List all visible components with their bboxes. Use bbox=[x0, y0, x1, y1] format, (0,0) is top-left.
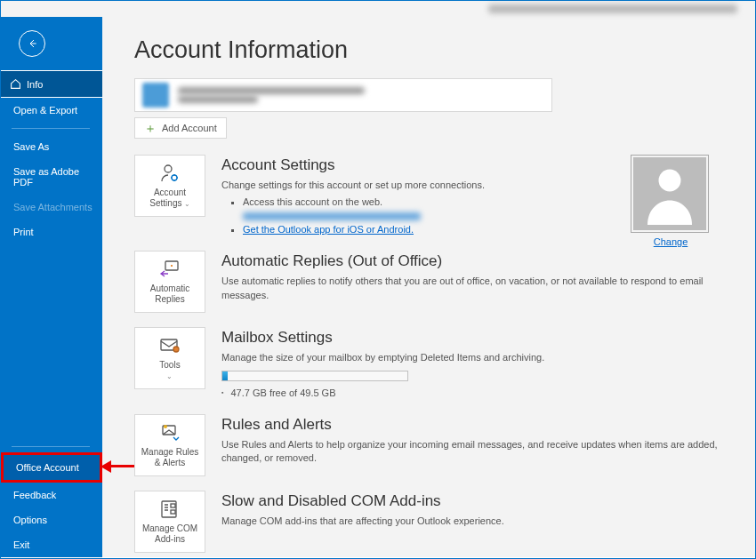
svg-point-0 bbox=[165, 165, 172, 172]
account-email-blur bbox=[178, 87, 365, 94]
add-account-button[interactable]: ＋ Add Account bbox=[134, 117, 227, 139]
envelope-gear-icon bbox=[158, 335, 181, 356]
tile-label: Manage Rules & Alerts bbox=[139, 447, 201, 468]
section-account-settings: Account Settings ⌄ Account Settings Chan… bbox=[134, 155, 728, 236]
add-account-label: Add Account bbox=[162, 123, 217, 133]
nav-exit[interactable]: Exit bbox=[1, 532, 102, 557]
link-outlook-app[interactable]: Get the Outlook app for iOS or Android. bbox=[243, 224, 414, 235]
nav-separator-bottom bbox=[12, 446, 90, 447]
home-icon bbox=[10, 78, 21, 90]
web-url-blur[interactable] bbox=[243, 212, 421, 220]
nav-office-account[interactable]: Office Account bbox=[1, 452, 102, 483]
section-addins: Manage COM Add-ins Slow and Disabled COM… bbox=[134, 491, 728, 553]
tile-rules[interactable]: Manage Rules & Alerts bbox=[134, 414, 205, 476]
link-change-photo[interactable]: Change bbox=[654, 236, 688, 247]
section-desc: Use automatic replies to notify others t… bbox=[221, 275, 728, 302]
section-desc: Manage COM add-ins that are affecting yo… bbox=[221, 515, 728, 528]
section-rules: Manage Rules & Alerts Rules and Alerts U… bbox=[134, 414, 728, 476]
addins-icon bbox=[158, 499, 181, 520]
content-area: Account Information ＋ Add Account Accoun… bbox=[102, 17, 755, 557]
title-bar bbox=[1, 1, 755, 17]
tile-label: Account Settings bbox=[149, 188, 186, 208]
svg-point-1 bbox=[172, 175, 177, 180]
account-icon bbox=[142, 83, 169, 108]
nav-separator bbox=[12, 128, 90, 129]
section-desc: Manage the size of your mailbox by empty… bbox=[221, 351, 728, 364]
rules-icon bbox=[158, 422, 181, 443]
tile-auto-replies[interactable]: Automatic Replies bbox=[134, 251, 205, 313]
nav-feedback[interactable]: Feedback bbox=[1, 483, 102, 507]
avatar-placeholder-icon bbox=[643, 163, 696, 225]
section-mailbox: Tools⌄ Mailbox Settings Manage the size … bbox=[134, 327, 728, 400]
storage-text: 47.7 GB free of 49.5 GB bbox=[221, 387, 728, 400]
nav-options[interactable]: Options bbox=[1, 507, 102, 532]
nav-print[interactable]: Print bbox=[1, 220, 102, 244]
profile-photo-box: Change bbox=[631, 155, 711, 249]
nav-save-attachments: Save Attachments bbox=[1, 195, 102, 220]
nav-open-export[interactable]: Open & Export bbox=[1, 98, 102, 123]
page-title: Account Information bbox=[134, 36, 728, 64]
svg-point-6 bbox=[173, 347, 179, 352]
svg-rect-11 bbox=[171, 510, 175, 514]
svg-point-8 bbox=[164, 425, 167, 428]
storage-progress bbox=[221, 371, 408, 381]
section-title: Mailbox Settings bbox=[221, 327, 728, 348]
tile-label: Automatic Replies bbox=[139, 283, 201, 305]
section-auto-replies: Automatic Replies Automatic Replies (Out… bbox=[134, 251, 728, 313]
nav-save-adobe[interactable]: Save as Adobe PDF bbox=[1, 159, 102, 195]
nav-info[interactable]: Info bbox=[1, 70, 102, 98]
section-title: Automatic Replies (Out of Office) bbox=[221, 251, 728, 272]
person-gear-icon bbox=[158, 163, 181, 184]
svg-point-4 bbox=[171, 265, 173, 267]
account-selector[interactable] bbox=[134, 78, 552, 112]
auto-reply-icon bbox=[158, 259, 181, 280]
section-title: Rules and Alerts bbox=[221, 414, 728, 435]
tile-label: Tools bbox=[159, 360, 180, 370]
back-button[interactable] bbox=[19, 30, 45, 57]
section-title: Slow and Disabled COM Add-ins bbox=[221, 491, 728, 512]
section-desc: Use Rules and Alerts to help organize yo… bbox=[221, 438, 728, 466]
nav-info-label: Info bbox=[27, 79, 43, 90]
tile-tools[interactable]: Tools⌄ bbox=[134, 327, 205, 389]
user-email-blur bbox=[488, 4, 737, 13]
nav-save-as[interactable]: Save As bbox=[1, 134, 102, 159]
svg-point-2 bbox=[659, 170, 681, 192]
tile-label: Manage COM Add-ins bbox=[139, 523, 201, 545]
tile-account-settings[interactable]: Account Settings ⌄ bbox=[134, 155, 205, 217]
tile-addins[interactable]: Manage COM Add-ins bbox=[134, 491, 205, 553]
account-type-blur bbox=[178, 96, 258, 103]
svg-rect-10 bbox=[171, 504, 175, 507]
nav-office-account-label: Office Account bbox=[16, 462, 79, 473]
backstage-sidebar: Info Open & Export Save As Save as Adobe… bbox=[1, 17, 102, 557]
arrow-left-icon bbox=[25, 36, 39, 51]
